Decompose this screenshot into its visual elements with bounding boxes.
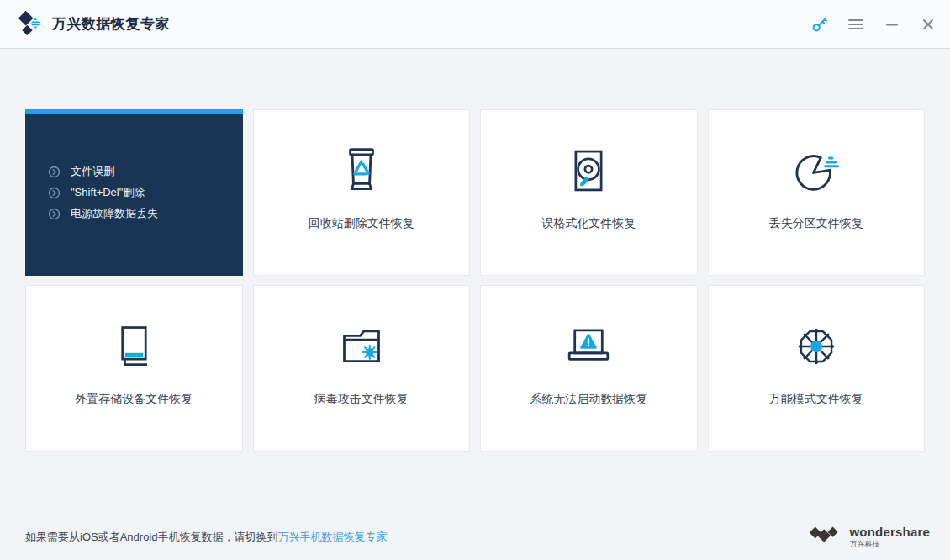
circle-arrow-icon <box>48 187 61 199</box>
footer-text: 如果需要从iOS或者Android手机恢复数据，请切换到 <box>25 531 277 543</box>
scenario-item-label: "Shift+Del"删除 <box>71 185 145 200</box>
laptop-warning-icon <box>566 318 611 375</box>
app-title: 万兴数据恢复专家 <box>52 14 170 34</box>
brand-name: wondershare <box>849 526 930 540</box>
scenario-item-label: 电源故障数据丢失 <box>71 206 158 221</box>
mode-card-all-around[interactable]: 万能模式文件恢复 <box>708 285 926 452</box>
mode-card-system-crash[interactable]: 系统无法启动数据恢复 <box>480 285 698 452</box>
mode-card-label: 误格式化文件恢复 <box>541 216 636 231</box>
mode-card-external-storage[interactable]: 外置存储设备文件恢复 <box>25 285 243 452</box>
footer: 如果需要从iOS或者Android手机恢复数据，请切换到万兴手机数据恢复专家 w… <box>25 525 930 550</box>
wondershare-brand: wondershare 万兴科技 <box>807 525 930 550</box>
brand-sub: 万兴科技 <box>849 541 930 549</box>
scenario-item: 文件误删 <box>48 161 243 182</box>
recycle-bin-icon <box>342 142 381 199</box>
scenario-item: "Shift+Del"删除 <box>48 182 243 203</box>
wheel-icon <box>794 318 839 375</box>
mode-card-label: 外置存储设备文件恢复 <box>75 392 193 407</box>
mode-card-recycle-bin[interactable]: 回收站删除文件恢复 <box>253 109 471 276</box>
minimize-icon[interactable] <box>884 16 900 33</box>
mode-card-label: 病毒攻击文件恢复 <box>314 392 409 407</box>
hard-disk-icon <box>570 142 607 199</box>
recovery-mode-grid: 文件误删 "Shift+Del"删除 <box>25 109 925 452</box>
titlebar-actions <box>811 16 937 33</box>
footer-note: 如果需要从iOS或者Android手机恢复数据，请切换到万兴手机数据恢复专家 <box>25 530 387 545</box>
wondershare-logo-icon <box>807 525 842 550</box>
scenario-card[interactable]: 文件误删 "Shift+Del"删除 <box>25 109 243 276</box>
circle-arrow-icon <box>48 208 61 220</box>
app-logo-icon <box>17 9 44 40</box>
mode-card-formatted-disk[interactable]: 误格式化文件恢复 <box>480 109 698 276</box>
mode-card-label: 万能模式文件恢复 <box>769 392 863 407</box>
close-icon[interactable] <box>920 16 937 33</box>
titlebar: 万兴数据恢复专家 <box>0 0 950 49</box>
pie-partition-icon <box>793 142 840 199</box>
mode-card-label: 丢失分区文件恢复 <box>769 216 863 231</box>
app-brand: 万兴数据恢复专家 <box>17 9 170 40</box>
folder-virus-icon <box>339 318 384 375</box>
menu-icon[interactable] <box>847 16 864 33</box>
circle-arrow-icon <box>48 166 61 178</box>
scenario-item: 电源故障数据丢失 <box>48 203 243 225</box>
phone-recovery-link[interactable]: 万兴手机数据恢复专家 <box>277 531 387 543</box>
scenario-list: 文件误删 "Shift+Del"删除 <box>48 161 243 225</box>
external-drive-icon <box>115 318 152 375</box>
mode-card-label: 回收站删除文件恢复 <box>309 216 414 231</box>
wondershare-brand-text: wondershare 万兴科技 <box>849 526 930 548</box>
main-content: 文件误删 "Shift+Del"删除 <box>0 49 950 452</box>
mode-card-lost-partition[interactable]: 丢失分区文件恢复 <box>708 109 926 276</box>
mode-card-virus-attack[interactable]: 病毒攻击文件恢复 <box>253 285 471 452</box>
mode-card-label: 系统无法启动数据恢复 <box>530 392 647 407</box>
key-icon[interactable] <box>811 16 828 33</box>
accent-bar <box>25 109 243 114</box>
scenario-item-label: 文件误删 <box>71 164 114 179</box>
